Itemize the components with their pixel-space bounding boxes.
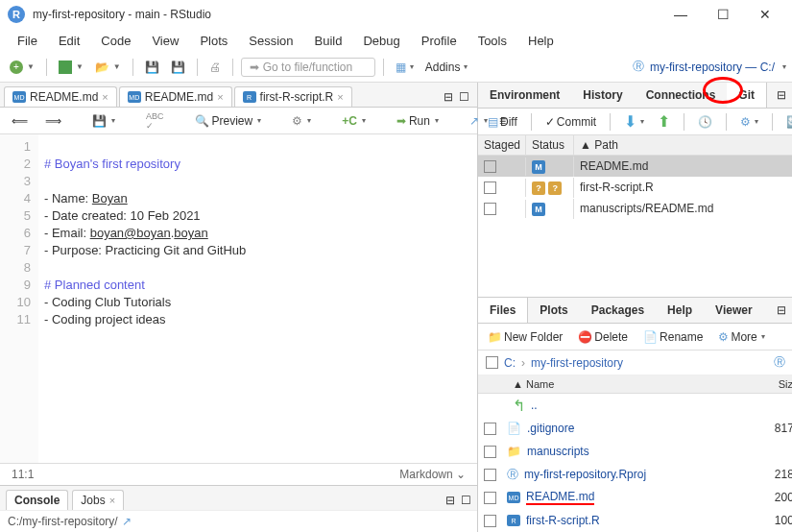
tab-help-panel[interactable]: Help <box>656 298 704 323</box>
git-row[interactable]: M manuscripts/README.md <box>478 198 792 219</box>
file-row[interactable]: 📁manuscripts <box>478 440 792 463</box>
close-icon[interactable]: × <box>217 91 223 103</box>
git-row[interactable]: M README.md <box>478 156 792 177</box>
refresh-button[interactable]: 🔄 <box>782 113 792 131</box>
run-button[interactable]: ➡Run▾ <box>391 112 444 130</box>
rename-button[interactable]: 📄Rename <box>639 328 707 346</box>
save-button[interactable]: 💾 <box>141 59 163 76</box>
collapse-icon[interactable]: ⊟ <box>777 303 786 317</box>
tab-git[interactable]: Git <box>727 83 767 108</box>
spellcheck-button[interactable]: ABC✓ <box>140 109 170 133</box>
close-icon[interactable]: × <box>102 91 108 103</box>
tab-packages[interactable]: Packages <box>580 298 656 323</box>
console-path: C:/my-first-repository/ <box>8 515 118 528</box>
editor-tab-readme-2[interactable]: MDREADME.md× <box>119 86 232 107</box>
minimize-button[interactable]: — <box>673 7 688 22</box>
menu-edit[interactable]: Edit <box>49 32 89 50</box>
collapse-icon[interactable]: ⊟ <box>444 90 453 104</box>
diff-button[interactable]: ▤Diff <box>484 113 521 131</box>
commit-button[interactable]: ✓Commit <box>541 113 600 131</box>
preview-button[interactable]: 🔍Preview▾ <box>189 112 268 130</box>
console-tab[interactable]: Console <box>6 490 68 510</box>
breadcrumb-root[interactable]: C: <box>504 356 516 370</box>
new-folder-button[interactable]: 📁New Folder <box>484 328 566 346</box>
menu-build[interactable]: Build <box>305 32 352 50</box>
file-row[interactable]: Rfirst-R-script.R 100 B <box>478 509 792 532</box>
window-title: my-first-repository - main - RStudio <box>33 8 211 21</box>
tab-connections[interactable]: Connections <box>635 83 728 108</box>
up-directory[interactable]: ↰.. <box>478 394 792 417</box>
file-row[interactable]: 📄.gitignore 817 B <box>478 417 792 440</box>
pull-button[interactable]: ⬇▾ <box>620 110 648 133</box>
file-checkbox[interactable] <box>484 492 496 504</box>
code-editor[interactable]: 1234567891011 # Boyan's first repository… <box>0 134 477 463</box>
file-checkbox[interactable] <box>484 423 496 435</box>
col-name[interactable]: ▲ Name <box>507 378 743 390</box>
rproj-icon[interactable]: Ⓡ <box>774 354 785 371</box>
editor-tab-readme[interactable]: MDREADME.md× <box>4 86 117 107</box>
gear-button[interactable]: ⚙▾ <box>286 112 317 130</box>
maximize-icon[interactable]: ☐ <box>461 494 471 507</box>
file-checkbox[interactable] <box>484 469 496 481</box>
col-staged: Staged <box>478 135 526 155</box>
grid-button[interactable]: ▦▾ <box>392 59 418 76</box>
maximize-icon[interactable]: ☐ <box>459 90 469 104</box>
menu-session[interactable]: Session <box>239 32 302 50</box>
project-selector[interactable]: Ⓡmy-first-repository — C:/▾ <box>633 59 786 75</box>
menu-debug[interactable]: Debug <box>353 32 409 50</box>
file-checkbox[interactable] <box>484 515 496 527</box>
history-button[interactable]: 🕓 <box>694 113 716 131</box>
stage-checkbox[interactable] <box>484 203 496 215</box>
editor-tab-script[interactable]: Rfirst-R-script.R× <box>234 86 352 107</box>
new-project-button[interactable]: ▼ <box>55 59 87 76</box>
breadcrumb-folder[interactable]: my-first-repository <box>531 356 623 370</box>
col-size[interactable]: Size <box>743 378 792 390</box>
menu-code[interactable]: Code <box>91 32 140 50</box>
file-row[interactable]: Ⓡmy-first-repository.Rproj 218 B <box>478 463 792 486</box>
jobs-tab[interactable]: Jobs× <box>72 490 124 510</box>
goto-input[interactable]: ➡Go to file/function <box>241 58 375 77</box>
menu-tools[interactable]: Tools <box>468 32 516 50</box>
file-mode[interactable]: Markdown <box>399 468 452 481</box>
new-file-button[interactable]: +▼ <box>6 59 38 76</box>
menu-profile[interactable]: Profile <box>412 32 467 50</box>
stage-checkbox[interactable] <box>484 181 496 194</box>
addins-button[interactable]: Addins▾ <box>421 59 472 76</box>
tab-files[interactable]: Files <box>478 298 528 323</box>
insert-chunk-button[interactable]: +C▾ <box>336 112 372 130</box>
menu-help[interactable]: Help <box>518 32 564 50</box>
close-button[interactable]: ✕ <box>757 7 773 22</box>
open-file-button[interactable]: 📂▼ <box>91 59 125 76</box>
file-icon: 📄 <box>507 422 521 435</box>
git-more-button[interactable]: ⚙▾ <box>736 113 762 131</box>
collapse-icon[interactable]: ⊟ <box>445 494 455 507</box>
md-icon: MD <box>507 492 520 503</box>
stage-checkbox[interactable] <box>484 160 496 173</box>
git-row[interactable]: ? ? first-R-script.R <box>478 177 792 198</box>
tab-environment[interactable]: Environment <box>478 83 571 108</box>
menu-file[interactable]: File <box>8 32 47 50</box>
print-button[interactable]: 🖨 <box>205 59 225 76</box>
tab-history[interactable]: History <box>571 83 634 108</box>
delete-button[interactable]: ⛔Delete <box>574 328 632 346</box>
tab-viewer[interactable]: Viewer <box>704 298 763 323</box>
file-row[interactable]: MDREADME.md 200 B <box>478 486 792 509</box>
forward-button[interactable]: ⟹ <box>39 112 67 130</box>
status-untracked-icon: ? <box>532 181 545 195</box>
menubar: File Edit Code View Plots Session Build … <box>0 29 792 52</box>
push-button[interactable]: ⬆ <box>654 110 674 133</box>
goto-dir-icon[interactable]: ↗ <box>122 515 132 528</box>
file-checkbox[interactable] <box>484 446 496 458</box>
menu-view[interactable]: View <box>142 32 188 50</box>
menu-plots[interactable]: Plots <box>190 32 237 50</box>
folder-icon: 📁 <box>507 445 521 458</box>
save-source-button[interactable]: 💾▾ <box>86 112 121 130</box>
more-button[interactable]: ⚙More▾ <box>714 328 768 346</box>
maximize-button[interactable]: ☐ <box>715 7 731 22</box>
select-all-checkbox[interactable] <box>486 356 498 369</box>
back-button[interactable]: ⟸ <box>6 112 34 130</box>
collapse-icon[interactable]: ⊟ <box>777 88 786 102</box>
save-all-button[interactable]: 💾 <box>167 59 189 76</box>
tab-plots-panel[interactable]: Plots <box>528 298 579 323</box>
close-icon[interactable]: × <box>337 91 343 103</box>
